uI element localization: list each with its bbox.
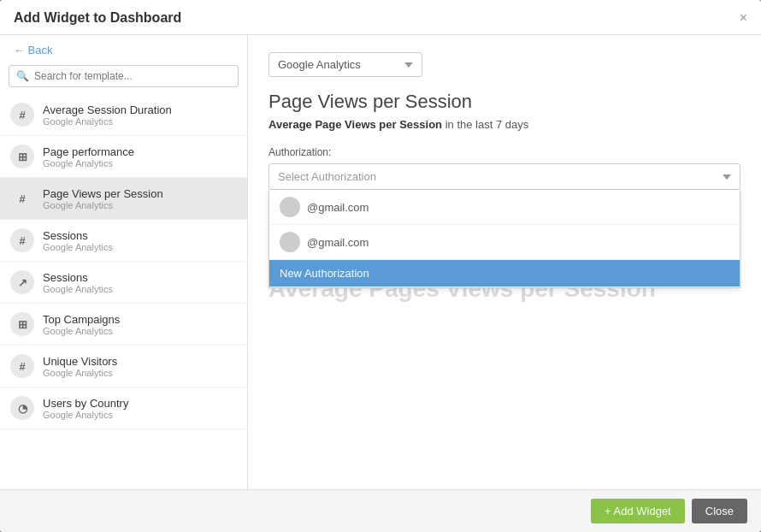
hash-icon: # (10, 228, 34, 252)
modal: Add Widget to Dashboard × ← Back 🔍 #Aver… (0, 0, 761, 532)
dropdown-item-new-auth[interactable]: New Authorization (269, 260, 740, 287)
widget-info-avg-session: Average Session DurationGoogle Analytics (43, 103, 237, 127)
widget-info-top-campaigns: Top CampaignsGoogle Analytics (43, 313, 237, 336)
main-content: Google Analytics Page Views per Session … (248, 35, 761, 489)
sidebar-item-sessions-trend[interactable]: ↗SessionsGoogle Analytics (0, 262, 247, 304)
widget-name-page-views: Page Views per Session (43, 187, 237, 200)
modal-overlay: Add Widget to Dashboard × ← Back 🔍 #Aver… (0, 0, 761, 532)
search-input[interactable] (34, 70, 231, 82)
auth-select[interactable]: Select Authorization (268, 163, 740, 190)
avatar-gmail2 (280, 232, 300, 252)
widget-info-sessions-trend: SessionsGoogle Analytics (43, 271, 237, 294)
widget-name-unique-visitors: Unique Visitors (43, 355, 237, 368)
hash-icon: # (10, 354, 34, 378)
dropdown-item-gmail2[interactable]: @gmail.com (269, 225, 740, 260)
widget-name-page-perf: Page performance (43, 145, 237, 158)
auth-select-wrapper: Select Authorization @gmail.com@gmail.co… (268, 163, 740, 190)
close-button[interactable]: Close (692, 499, 747, 523)
widget-source-users-country: Google Analytics (43, 410, 237, 420)
widget-info-users-country: Users by CountryGoogle Analytics (43, 397, 237, 420)
widget-desc-post: in the last 7 days (442, 118, 528, 131)
add-widget-button[interactable]: + Add Widget (591, 499, 685, 523)
search-box: 🔍 (9, 65, 239, 87)
widget-source-sessions-trend: Google Analytics (43, 284, 237, 294)
search-icon: 🔍 (16, 70, 29, 82)
widget-name-avg-session: Average Session Duration (43, 103, 237, 116)
widget-source-page-perf: Google Analytics (43, 158, 237, 168)
widget-name-top-campaigns: Top Campaigns (43, 313, 237, 326)
dropdown-item-gmail1[interactable]: @gmail.com (269, 190, 740, 225)
modal-footer: + Add Widget Close (0, 489, 761, 532)
sidebar-item-unique-visitors[interactable]: #Unique VisitorsGoogle Analytics (0, 346, 247, 387)
widget-name-users-country: Users by Country (43, 397, 237, 410)
hash-icon: # (10, 103, 34, 127)
dropdown-label-gmail1: @gmail.com (307, 201, 369, 214)
widget-name-sessions-hash: Sessions (43, 229, 237, 242)
modal-body: ← Back 🔍 #Average Session DurationGoogle… (0, 35, 761, 489)
avatar-gmail1 (280, 197, 300, 217)
sidebar-item-avg-session[interactable]: #Average Session DurationGoogle Analytic… (0, 94, 247, 136)
dropdown-label-gmail2: @gmail.com (307, 236, 369, 249)
filter-select[interactable]: Google Analytics (268, 52, 422, 77)
sidebar-item-sessions-hash[interactable]: #SessionsGoogle Analytics (0, 220, 247, 262)
auth-label: Authorization: (268, 146, 740, 158)
auth-dropdown: @gmail.com@gmail.comNew Authorization (268, 190, 740, 288)
widget-source-top-campaigns: Google Analytics (43, 326, 237, 336)
filter-bar: Google Analytics (268, 52, 740, 77)
trend-icon: ↗ (10, 270, 34, 294)
pie-icon: ◔ (10, 396, 34, 420)
sidebar: ← Back 🔍 #Average Session DurationGoogle… (0, 35, 248, 489)
hash-icon: # (10, 186, 34, 210)
close-x-button[interactable]: × (740, 11, 747, 25)
widget-info-unique-visitors: Unique VisitorsGoogle Analytics (43, 355, 237, 378)
widget-name-sessions-trend: Sessions (43, 271, 237, 284)
widget-title: Page Views per Session (268, 91, 740, 113)
modal-title: Add Widget to Dashboard (14, 10, 181, 26)
back-link[interactable]: ← Back (0, 35, 247, 65)
widget-list: #Average Session DurationGoogle Analytic… (0, 94, 247, 489)
widget-info-sessions-hash: SessionsGoogle Analytics (43, 229, 237, 252)
dropdown-label-new-auth: New Authorization (280, 267, 369, 280)
widget-desc-pre: Average Page Views per Session (268, 118, 442, 131)
widget-source-page-views: Google Analytics (43, 200, 237, 210)
modal-header: Add Widget to Dashboard × (0, 0, 761, 35)
widget-source-avg-session: Google Analytics (43, 116, 237, 127)
widget-description: Average Page Views per Session in the la… (268, 118, 740, 131)
widget-info-page-perf: Page performanceGoogle Analytics (43, 145, 237, 168)
widget-info-page-views: Page Views per SessionGoogle Analytics (43, 187, 237, 210)
widget-source-sessions-hash: Google Analytics (43, 242, 237, 252)
sidebar-item-page-views[interactable]: #Page Views per SessionGoogle Analytics (0, 178, 247, 220)
widget-source-unique-visitors: Google Analytics (43, 368, 237, 378)
grid-icon: ⊞ (10, 145, 34, 168)
grid-icon: ⊞ (10, 312, 34, 336)
sidebar-item-top-campaigns[interactable]: ⊞Top CampaignsGoogle Analytics (0, 304, 247, 346)
sidebar-item-users-country[interactable]: ◔Users by CountryGoogle Analytics (0, 387, 247, 429)
sidebar-item-page-perf[interactable]: ⊞Page performanceGoogle Analytics (0, 136, 247, 178)
